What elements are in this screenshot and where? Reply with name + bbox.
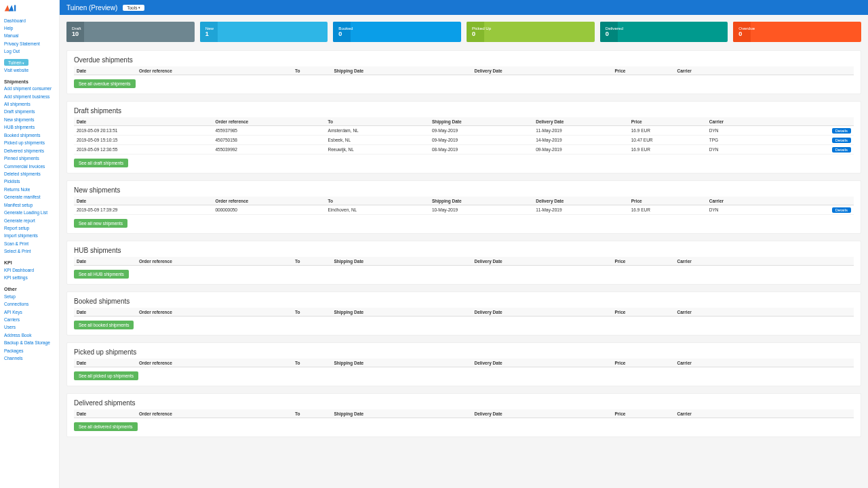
sidebar-link[interactable]: KPI Dashboard [0,266,59,274]
shipments-panel: Picked up shipmentsDateOrder referenceTo… [66,342,861,386]
status-card[interactable]: Booked0 [333,22,461,42]
sidebar-link[interactable]: Connections [0,301,59,308]
sidebar-link[interactable]: HUB shipments [0,124,59,131]
sidebar-section-title: Other [0,285,59,293]
status-card-value: 10 [72,30,189,38]
col-header-ship: Shipping Date [332,359,472,367]
sidebar-top-link[interactable]: Log Out [0,48,59,56]
col-header-order: Order reference [212,117,325,126]
sidebar-link[interactable]: Generate report [0,217,59,224]
shipments-panel: New shipmentsDateOrder referenceToShippi… [66,180,861,234]
cell-date: 2019-05-09 20:13:51 [74,126,212,136]
details-button[interactable]: Details [832,147,851,152]
shipments-panel: HUB shipmentsDateOrder referenceToShippi… [66,241,861,285]
sidebar-link[interactable]: New shipments [0,116,59,123]
see-all-button[interactable]: See all new shipments [74,219,127,228]
sidebar-link[interactable]: Generate Loading List [0,209,59,217]
see-all-button[interactable]: See all picked up shipments [74,371,138,380]
col-header-carrier: Carrier [675,66,854,75]
sidebar-top-link[interactable]: Privacy Statement [0,40,59,47]
cell-del: 09-May-2019 [533,145,629,155]
cell-del: 11-May-2019 [533,126,629,136]
logo[interactable] [0,3,59,17]
sidebar-link[interactable]: Carriers [0,316,59,323]
col-header-date: Date [74,257,136,266]
visit-website-link[interactable]: Visit website [0,66,59,74]
sidebar-link[interactable]: Generate manifest [0,194,59,201]
see-all-button[interactable]: See all draft shipments [74,159,128,167]
sidebar: DashboardHelpManualPrivacy StatementLog … [0,0,60,488]
shipments-panel: Delivered shipmentsDateOrder referenceTo… [66,393,861,437]
cell-price: 16.9 EUR [629,205,707,215]
sidebar-link[interactable]: Channels [0,355,59,363]
sidebar-link[interactable]: API Keys [0,308,59,316]
table-row: 2019-05-09 20:13:51455937985Amsterdam, N… [74,126,854,136]
status-card[interactable]: Overdue0 [733,22,861,42]
sidebar-link[interactable]: Delivered shipments [0,147,59,155]
col-header-del: Delivery Date [472,308,612,317]
sidebar-link[interactable]: Pinned shipments [0,155,59,163]
sidebar-link[interactable]: Users [0,324,59,331]
sidebar-link[interactable]: Commercial Invoices [0,163,59,170]
sidebar-link[interactable]: Add shipment business [0,93,59,100]
sidebar-link[interactable]: Packages [0,347,59,354]
see-all-button[interactable]: See all overdue shipments [74,79,136,88]
sidebar-link[interactable]: Manifest setup [0,201,59,209]
sidebar-link[interactable]: Select & Print [0,248,59,256]
sidebar-link[interactable]: KPI settings [0,274,59,282]
panel-title: Picked up shipments [74,348,854,356]
sidebar-link[interactable]: Import shipments [0,232,59,240]
col-header-date: Date [74,359,136,367]
sidebar-top-link[interactable]: Dashboard [0,17,59,24]
see-all-button[interactable]: See all booked shipments [74,321,134,329]
col-header-carrier: Carrier [707,117,802,126]
cell-price: 16.9 EUR [629,145,707,155]
status-card-value: 1 [205,30,323,38]
status-card[interactable]: Draft10 [66,22,195,42]
details-button[interactable]: Details [832,128,851,134]
sidebar-top-link[interactable]: Manual [0,33,59,40]
sidebar-link[interactable]: All shipments [0,101,59,108]
col-header-ship: Shipping Date [429,117,533,126]
tuinen-dropdown[interactable]: Tuinen [4,59,28,66]
sidebar-link[interactable]: Deleted shipments [0,170,59,178]
sidebar-link[interactable]: Picked up shipments [0,140,59,147]
see-all-button[interactable]: See all delivered shipments [74,422,138,431]
shipments-panel: Overdue shipmentsDateOrder referenceToSh… [66,50,861,94]
sidebar-link[interactable]: Returns Note [0,186,59,193]
status-card[interactable]: Delivered0 [600,22,728,42]
status-card[interactable]: Picked Up0 [467,22,595,42]
panel-title: Overdue shipments [74,56,854,64]
status-card-value: 0 [738,30,856,38]
sidebar-link[interactable]: Booked shipments [0,131,59,139]
col-header-date: Date [74,197,212,205]
details-button[interactable]: Details [832,207,851,213]
page-title: Tuinen (Preview) [66,4,117,12]
sidebar-top-link[interactable]: Help [0,24,59,32]
cell-order: 450750158 [212,136,325,145]
status-card[interactable]: New1 [200,22,328,42]
col-header-to: To [326,117,429,126]
sidebar-link[interactable]: Address Book [0,331,59,339]
status-cards: Draft10New1Booked0Picked Up0Delivered0Ov… [66,22,861,42]
sidebar-section-title: Shipments [0,77,59,85]
sidebar-link[interactable]: Setup [0,293,59,300]
sidebar-link[interactable]: Draft shipments [0,108,59,116]
sidebar-link[interactable]: Report setup [0,225,59,232]
tools-dropdown[interactable]: Tools [123,5,144,11]
table-row: 2019-05-09 17:39:29000000050Eindhoven, N… [74,205,854,215]
sidebar-link[interactable]: Scan & Print [0,240,59,247]
col-header-date: Date [74,117,212,126]
see-all-button[interactable]: See all HUB shipments [74,270,129,279]
col-header-carrier: Carrier [675,308,854,317]
sidebar-link[interactable]: Picklists [0,178,59,186]
col-header-date: Date [74,308,136,317]
sidebar-link[interactable]: Backup & Data Storage [0,340,59,347]
details-button[interactable]: Details [832,138,851,143]
col-header-price: Price [612,257,675,266]
col-header-carrier: Carrier [675,409,854,418]
col-header-price: Price [612,359,675,367]
cell-ship: 08-May-2019 [429,145,533,155]
col-header-to: To [326,197,429,205]
sidebar-link[interactable]: Add shipment consumer [0,85,59,93]
